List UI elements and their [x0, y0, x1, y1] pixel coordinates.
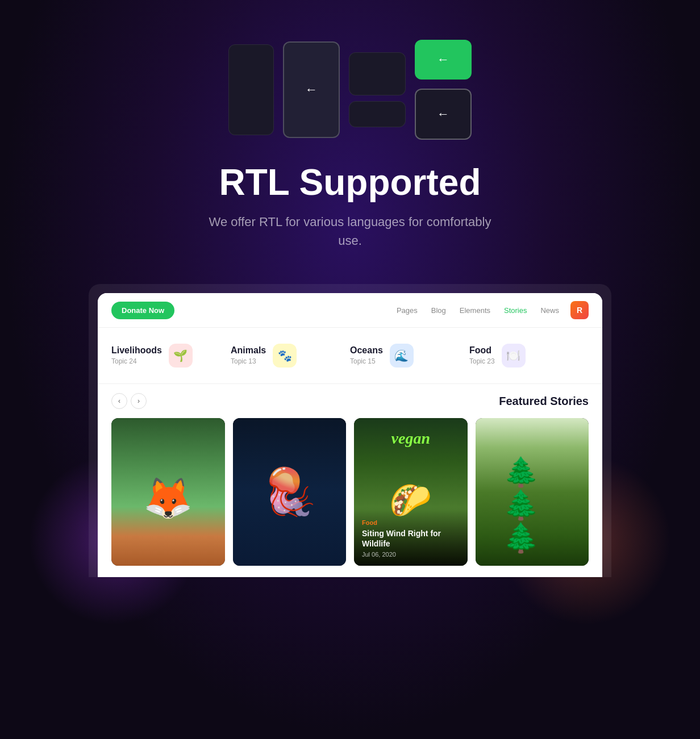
topic-livelihoods[interactable]: Livelihoods Topic 24 🌱	[111, 339, 231, 372]
topic-food-name: Food	[469, 345, 495, 356]
arrows-section: ← ← ←	[228, 40, 472, 140]
green-dark-column: ← ←	[415, 40, 472, 140]
pair-card-top[interactable]	[349, 52, 406, 95]
story-card-forest[interactable]	[476, 418, 589, 566]
nav-links: Pages Blog Elements Stories News	[397, 306, 559, 315]
nav-bar: Donate Now Pages Blog Elements Stories N…	[98, 293, 602, 328]
page-background: ← ← ← RTL Supported We offer RTL for var…	[0, 0, 700, 739]
topic-livelihoods-text: Livelihoods Topic 24	[111, 345, 162, 366]
story-date-vegan: Jul 06, 2020	[362, 551, 460, 558]
stories-header: ‹ › Featured Stories	[111, 393, 589, 409]
pair-card-bottom[interactable]	[349, 101, 406, 127]
story-card-fox[interactable]	[111, 418, 225, 566]
pair-card-container	[349, 52, 406, 127]
topic-livelihoods-num: Topic 24	[111, 357, 137, 365]
topic-animals-icon: 🐾	[273, 344, 297, 368]
left-arrow-icon: ←	[305, 82, 318, 97]
donate-button[interactable]: Donate Now	[111, 302, 174, 319]
topic-oceans-name: Oceans	[350, 345, 383, 356]
topic-oceans-text: Oceans Topic 15	[350, 345, 383, 366]
hero-title: RTL Supported	[219, 162, 481, 202]
topic-oceans-num: Topic 15	[350, 357, 376, 365]
green-left-arrow-icon: ←	[437, 52, 449, 67]
topic-oceans-icon: 🌊	[390, 344, 414, 368]
stories-section: ‹ › Featured Stories	[98, 384, 602, 575]
nav-link-news[interactable]: News	[540, 306, 559, 315]
topic-food-icon: 🍽️	[502, 344, 526, 368]
topic-food-text: Food Topic 23	[469, 345, 495, 366]
green-arrow-card[interactable]: ←	[415, 40, 472, 80]
topic-food-num: Topic 23	[469, 357, 495, 365]
topic-livelihoods-icon: 🌱	[169, 344, 193, 368]
nav-logo: R	[570, 301, 589, 319]
browser-mockup: Donate Now Pages Blog Elements Stories N…	[89, 284, 611, 577]
topic-animals-name: Animals	[231, 345, 266, 356]
topic-animals[interactable]: Animals Topic 13 🐾	[231, 339, 350, 372]
dark-left-arrow-icon: ←	[437, 107, 449, 122]
story-next-button[interactable]: ›	[131, 393, 147, 409]
topic-food[interactable]: Food Topic 23 🍽️	[469, 339, 589, 372]
hero-subtitle: We offer RTL for various languages for c…	[208, 212, 492, 250]
topic-livelihoods-name: Livelihoods	[111, 345, 162, 356]
topics-section: Livelihoods Topic 24 🌱 Animals Topic 13 …	[98, 328, 602, 384]
story-category-vegan: Food	[362, 519, 460, 526]
story-nav-arrows: ‹ ›	[111, 393, 147, 409]
story-overlay-vegan: Food Siting Wind Right for Wildlife Jul …	[354, 510, 468, 566]
featured-stories-title: Featured Stories	[499, 395, 589, 408]
topic-animals-num: Topic 13	[231, 357, 256, 365]
nav-link-elements[interactable]: Elements	[460, 306, 490, 315]
medium-arrow-card[interactable]: ←	[283, 41, 340, 138]
nav-link-stories[interactable]: Stories	[504, 306, 527, 315]
slim-arrow-card[interactable]	[228, 44, 274, 135]
topic-oceans[interactable]: Oceans Topic 15 🌊	[350, 339, 469, 372]
browser-inner: Donate Now Pages Blog Elements Stories N…	[98, 293, 602, 577]
story-prev-button[interactable]: ‹	[111, 393, 127, 409]
topic-animals-text: Animals Topic 13	[231, 345, 266, 366]
nav-link-blog[interactable]: Blog	[431, 306, 446, 315]
nav-link-pages[interactable]: Pages	[397, 306, 418, 315]
story-cards-grid: Food Siting Wind Right for Wildlife Jul …	[111, 418, 589, 566]
story-card-jellyfish[interactable]	[233, 418, 347, 566]
story-card-vegan[interactable]: Food Siting Wind Right for Wildlife Jul …	[354, 418, 468, 566]
story-title-vegan: Siting Wind Right for Wildlife	[362, 528, 460, 549]
dark-outline-arrow-card[interactable]: ←	[415, 89, 472, 140]
